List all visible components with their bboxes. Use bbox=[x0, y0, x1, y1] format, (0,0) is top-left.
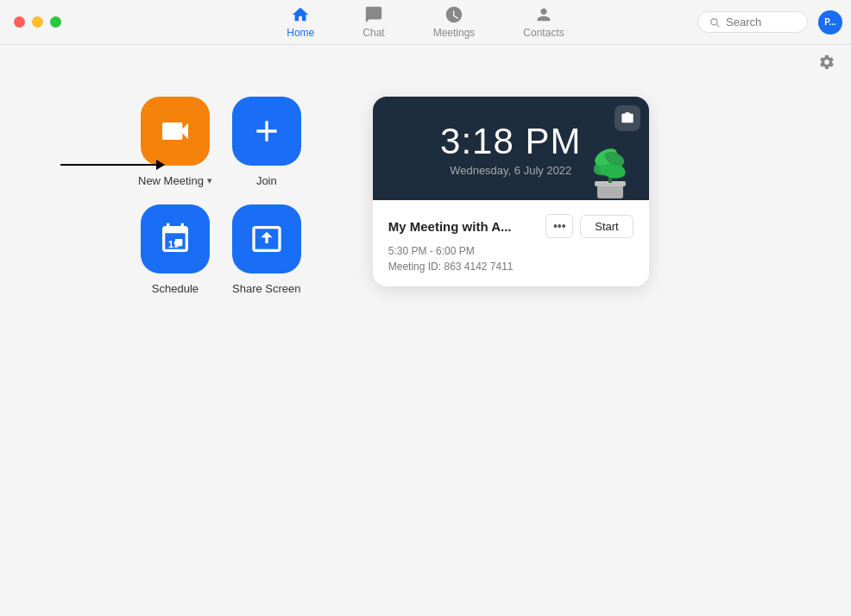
join-button[interactable] bbox=[232, 97, 301, 166]
card-meeting-actions: ••• Start bbox=[545, 214, 633, 238]
share-screen-icon bbox=[249, 222, 284, 256]
more-options-button[interactable]: ••• bbox=[545, 214, 573, 238]
plus-icon bbox=[249, 114, 284, 148]
avatar: P... bbox=[818, 10, 842, 35]
card-banner-date: Wednesday, 6 July 2022 bbox=[450, 164, 571, 177]
action-item-join[interactable]: Join bbox=[230, 97, 304, 187]
card-body: My Meeting with A... ••• Start 5:30 PM -… bbox=[373, 200, 649, 286]
new-meeting-button[interactable] bbox=[141, 97, 210, 166]
nav-label-contacts: Contacts bbox=[523, 27, 564, 39]
chevron-down-icon: ▾ bbox=[207, 175, 212, 186]
minimize-button[interactable] bbox=[32, 16, 43, 28]
action-item-share-screen[interactable]: Share Screen bbox=[230, 204, 304, 295]
window-controls bbox=[0, 16, 61, 28]
card-banner-time: 3:18 PM bbox=[440, 121, 581, 162]
join-label: Join bbox=[256, 174, 277, 187]
card-meeting-title: My Meeting with A... bbox=[388, 219, 512, 234]
start-meeting-button[interactable]: Start bbox=[580, 215, 633, 238]
arrow-line bbox=[60, 164, 164, 166]
close-button[interactable] bbox=[14, 16, 25, 28]
search-bar[interactable] bbox=[697, 11, 808, 33]
nav-item-contacts[interactable]: Contacts bbox=[516, 2, 570, 42]
action-item-new-meeting[interactable]: New Meeting ▾ bbox=[138, 97, 212, 187]
arrow-indicator bbox=[60, 164, 164, 166]
card-time-range: 5:30 PM - 6:00 PM bbox=[388, 245, 634, 257]
nav-item-chat[interactable]: Chat bbox=[356, 2, 391, 42]
plant-illustration bbox=[571, 123, 649, 200]
actions-grid: New Meeting ▾ Join 19 bbox=[138, 97, 304, 295]
action-item-schedule[interactable]: 19 Schedule bbox=[138, 204, 212, 295]
video-icon bbox=[158, 114, 192, 148]
maximize-button[interactable] bbox=[50, 16, 61, 28]
share-screen-label: Share Screen bbox=[232, 282, 301, 295]
card-banner: 3:18 PM Wednesday, 6 July 2022 bbox=[373, 97, 649, 200]
calendar-icon: 19 bbox=[158, 222, 192, 256]
nav-label-home: Home bbox=[287, 27, 314, 39]
main-content: New Meeting ▾ Join 19 bbox=[0, 45, 851, 347]
schedule-button[interactable]: 19 bbox=[141, 204, 210, 273]
card-meeting-id: Meeting ID: 863 4142 7411 bbox=[388, 261, 634, 273]
actions-area: New Meeting ▾ Join 19 bbox=[69, 97, 304, 295]
search-input[interactable] bbox=[726, 16, 795, 28]
settings-icon[interactable] bbox=[816, 52, 837, 72]
nav-item-home[interactable]: Home bbox=[280, 2, 321, 42]
new-meeting-label: New Meeting ▾ bbox=[138, 174, 212, 187]
svg-text:19: 19 bbox=[168, 238, 180, 249]
share-screen-button[interactable] bbox=[232, 204, 301, 273]
title-bar: Home Chat Meetings Contacts bbox=[0, 0, 851, 45]
meeting-card: 3:18 PM Wednesday, 6 July 2022 bbox=[373, 97, 649, 286]
search-icon bbox=[709, 16, 721, 28]
nav-item-meetings[interactable]: Meetings bbox=[426, 2, 482, 42]
nav-label-meetings: Meetings bbox=[433, 27, 476, 39]
nav-label-chat: Chat bbox=[362, 27, 384, 39]
meeting-card-area: 3:18 PM Wednesday, 6 July 2022 bbox=[373, 97, 649, 295]
card-meeting-row: My Meeting with A... ••• Start bbox=[388, 214, 634, 238]
schedule-label: Schedule bbox=[152, 282, 199, 295]
